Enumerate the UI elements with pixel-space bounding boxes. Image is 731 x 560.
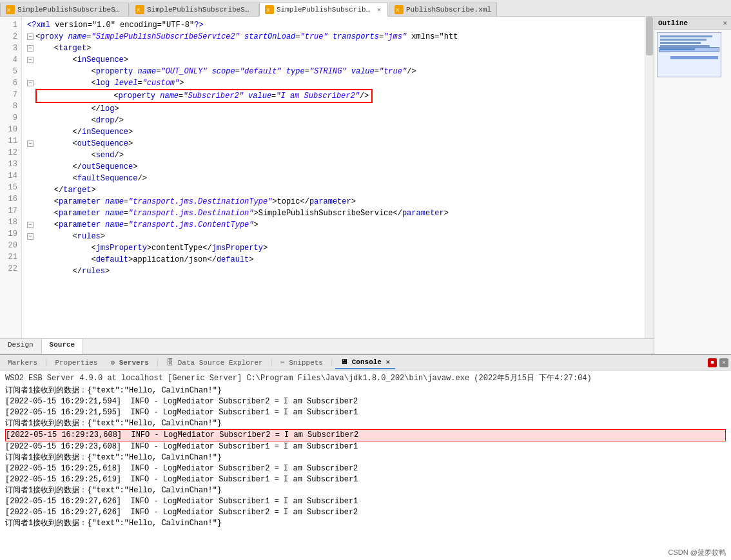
code-text-2: <proxy name="SimplePublishSubscribeServi… xyxy=(35,31,458,43)
code-text-5: <property name="OUT_ONLY" scope="default… xyxy=(35,66,416,77)
code-line-8: </log> xyxy=(22,103,645,115)
line-number-15: 15 xyxy=(4,182,17,193)
watermark: CSDN @菠萝蚊鸭 xyxy=(668,548,726,557)
code-text-22: </rules> xyxy=(35,266,110,277)
fold-btn-11[interactable]: − xyxy=(27,140,34,147)
tab-4-title: PublishSubscribe.xml xyxy=(406,6,491,14)
vertical-scrollbar[interactable] xyxy=(645,17,654,338)
tab-2[interactable]: X SimplePublishSubscribeS... xyxy=(130,3,258,16)
code-text-10: </inSequence> xyxy=(35,126,133,138)
xml-icon-4: X xyxy=(395,5,404,14)
line-number-6: 6 xyxy=(4,77,17,89)
code-line-6: − <log level="custom"> xyxy=(22,77,645,89)
bottom-panel: Markers | Properties ⚙ Servers | 🗄 Data … xyxy=(0,354,731,560)
line-number-16: 16 xyxy=(4,193,17,205)
code-line-2: −<proxy name="SimplePublishSubscribeServ… xyxy=(22,31,645,43)
svg-text:X: X xyxy=(137,7,141,13)
code-line-17: <parameter name="transport.jms.Destinati… xyxy=(22,208,645,219)
svg-text:X: X xyxy=(7,7,11,13)
line-number-7: 7 xyxy=(4,89,17,101)
console-line-3: 订阅者1接收到的数据：{"text":"Hello, CalvinChan!"} xyxy=(5,418,726,429)
tab-1[interactable]: X SimplePublishSubscribeS... xyxy=(0,3,129,16)
editor-mode-tabs: Design Source xyxy=(0,338,654,354)
console-line-11: [2022-05-15 16:29:27,626] INFO - LogMedi… xyxy=(5,507,726,518)
code-text-11: <outSequence> xyxy=(35,138,133,150)
stop-button[interactable]: ■ xyxy=(708,358,717,367)
fold-btn-2[interactable]: − xyxy=(27,34,34,40)
console-line-1: [2022-05-15 16:29:21,594] INFO - LogMedi… xyxy=(5,396,726,407)
code-text-18: <parameter name="transport.jms.ContentTy… xyxy=(35,219,258,231)
code-line-12: <send/> xyxy=(22,150,645,161)
code-text-21: <default>application/json</default> xyxy=(35,254,254,266)
bottom-tab-datasource[interactable]: 🗄 Data Source Explorer xyxy=(161,356,268,369)
source-tab[interactable]: Source xyxy=(42,339,84,354)
code-text-8: </log> xyxy=(35,103,119,115)
line-number-22: 22 xyxy=(4,263,17,275)
tab-3-close[interactable]: ✕ xyxy=(376,5,382,14)
bottom-tab-markers[interactable]: Markers xyxy=(3,357,43,369)
fold-btn-6[interactable]: − xyxy=(27,80,34,86)
outline-header: Outline ✕ xyxy=(654,17,731,30)
code-text-1: <?xml version="1.0" encoding="UTF-8"?> xyxy=(27,19,204,31)
code-line-16: <parameter name="transport.jms.Destinati… xyxy=(22,196,645,208)
code-line-4: − <inSequence> xyxy=(22,54,645,66)
editor-area: 12345678910111213141516171819202122 <?xm… xyxy=(0,17,654,354)
line-number-11: 11 xyxy=(4,135,17,147)
bottom-tab-servers[interactable]: ⚙ Servers xyxy=(105,356,153,369)
line-number-9: 9 xyxy=(4,112,17,124)
code-line-15: </target> xyxy=(22,184,645,196)
code-text-14: <faultSequence/> xyxy=(35,173,147,184)
fold-btn-18[interactable]: − xyxy=(27,222,34,228)
code-line-13: </outSequence> xyxy=(22,161,645,173)
line-number-10: 10 xyxy=(4,124,17,135)
tab-4[interactable]: X PublishSubscribe.xml xyxy=(389,3,497,16)
code-line-11: − <outSequence> xyxy=(22,138,645,150)
code-text-16: <parameter name="transport.jms.Destinati… xyxy=(35,196,356,208)
fold-btn-4[interactable]: − xyxy=(27,57,34,63)
code-line-18: − <parameter name="transport.jms.Content… xyxy=(22,219,645,231)
console-line-7: [2022-05-15 16:29:25,618] INFO - LogMedi… xyxy=(5,463,726,474)
fold-btn-19[interactable]: − xyxy=(27,233,34,240)
line-numbers: 12345678910111213141516171819202122 xyxy=(0,17,22,338)
highlighted-line-7: <property name="Subscriber2" value="I am… xyxy=(35,89,373,103)
tab-3[interactable]: X SimplePublishSubscribeS... ✕ xyxy=(259,3,388,17)
code-text-6: <log level="custom"> xyxy=(35,77,184,89)
design-tab[interactable]: Design xyxy=(0,339,42,354)
bottom-tab-bar: Markers | Properties ⚙ Servers | 🗄 Data … xyxy=(0,355,731,371)
bottom-tab-console[interactable]: 🖥 Console ✕ xyxy=(335,356,395,369)
console-line-6: 订阅者1接收到的数据：{"text":"Hello, CalvinChan!"} xyxy=(5,452,726,463)
code-text-20: <jmsProperty>contentType</jmsProperty> xyxy=(35,242,268,254)
console-line-9: 订阅者1接收到的数据：{"text":"Hello, CalvinChan!"} xyxy=(5,485,726,496)
code-line-20: <jmsProperty>contentType</jmsProperty> xyxy=(22,242,645,254)
tab-2-title: SimplePublishSubscribeS... xyxy=(147,6,253,14)
code-line-3: − <target> xyxy=(22,43,645,54)
code-line-10: </inSequence> xyxy=(22,126,645,138)
code-text-13: </outSequence> xyxy=(35,161,137,173)
xml-icon-2: X xyxy=(135,5,144,14)
code-text-15: </target> xyxy=(35,184,96,196)
line-number-17: 17 xyxy=(4,205,17,217)
code-editor[interactable]: <?xml version="1.0" encoding="UTF-8"?>−<… xyxy=(22,17,645,338)
panel-controls: ■ ✕ xyxy=(708,358,728,367)
bottom-tab-properties[interactable]: Properties xyxy=(50,357,102,369)
code-line-21: <default>application/json</default> xyxy=(22,254,645,266)
close-panel-button[interactable]: ✕ xyxy=(719,358,728,367)
code-text-17: <parameter name="transport.jms.Destinati… xyxy=(35,208,449,219)
line-number-13: 13 xyxy=(4,159,17,170)
code-text-4: <inSequence> xyxy=(35,54,128,66)
code-line-5: <property name="OUT_ONLY" scope="default… xyxy=(22,66,645,77)
line-number-5: 5 xyxy=(4,66,17,77)
xml-icon-3: X xyxy=(265,5,274,14)
console-output: WSO2 ESB Server 4.9.0 at localhost [Gene… xyxy=(0,371,731,560)
bottom-tab-snippets[interactable]: ✂ Snippets xyxy=(275,356,328,369)
outline-close-icon[interactable]: ✕ xyxy=(723,19,727,27)
fold-btn-3[interactable]: − xyxy=(27,45,34,52)
line-number-2: 2 xyxy=(4,31,17,43)
line-number-14: 14 xyxy=(4,170,17,182)
line-number-8: 8 xyxy=(4,101,17,112)
svg-text:X: X xyxy=(266,7,270,13)
console-line-0: 订阅者1接收到的数据：{"text":"Hello, CalvinChan!"} xyxy=(5,385,726,396)
code-line-7: <property name="Subscriber2" value="I am… xyxy=(22,89,645,103)
console-line-8: [2022-05-15 16:29:25,619] INFO - LogMedi… xyxy=(5,474,726,485)
line-number-4: 4 xyxy=(4,54,17,66)
